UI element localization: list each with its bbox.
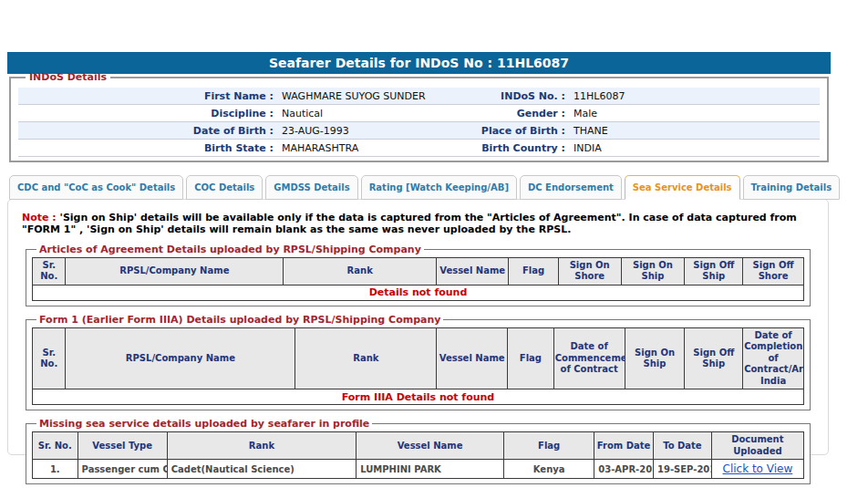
tab-cdc-and-coc-as-cook-details[interactable]: CDC and "CoC as Cook" Details	[9, 175, 183, 200]
detail-label: Birth State :	[18, 142, 278, 154]
column-header: Vessel Name	[437, 327, 508, 389]
page-title: Seafarer Details for INDoS No : 11HL6087	[269, 56, 569, 70]
column-header: Flag	[509, 257, 559, 285]
indos-details-rows: First Name :WAGHMARE SUYOG SUNDERINDoS N…	[18, 88, 820, 157]
indos-details-fieldset: INDoS Details First Name :WAGHMARE SUYOG…	[9, 71, 829, 162]
column-header: Date of Commencement of Contract	[553, 327, 625, 389]
detail-label: Discipline :	[18, 108, 278, 119]
column-header: RPSL/Company Name	[66, 327, 295, 389]
table-empty-message: Form IIIA Details not found	[33, 389, 804, 405]
page: Seafarer Details for INDoS No : 11HL6087…	[0, 0, 868, 488]
detail-label: Date of Birth :	[18, 125, 278, 137]
column-header: Sr. No.	[33, 327, 66, 389]
column-header: Sign On Ship	[621, 257, 685, 285]
section-table: Sr. No.Vessel TypeRankVessel NameFlagFro…	[32, 431, 804, 479]
detail-value: Male	[570, 108, 820, 119]
detail-label: INDoS No. :	[438, 90, 570, 102]
column-header: Sr. No.	[33, 257, 66, 285]
detail-value: 23-AUG-1993	[278, 125, 438, 137]
table-empty-message: Details not found	[33, 285, 804, 300]
section-table: Sr. No.RPSL/Company NameRankVessel NameF…	[32, 327, 804, 406]
tab-bar: CDC and "CoC as Cook" DetailsCOC Details…	[9, 175, 840, 200]
detail-row: Discipline :NauticalGender :Male	[18, 105, 820, 122]
section-legend: Articles of Agreement Details uploaded b…	[36, 244, 424, 255]
detail-row: Date of Birth :23-AUG-1993Place of Birth…	[18, 122, 820, 140]
detail-value: 11HL6087	[570, 90, 820, 102]
column-header: Sr. No.	[33, 432, 78, 460]
detail-value: INDIA	[570, 142, 820, 154]
tab-coc-details[interactable]: COC Details	[186, 175, 263, 200]
column-header: Sign Off Ship	[685, 257, 743, 285]
table-cell: 1.	[33, 460, 78, 479]
detail-value: MAHARASHTRA	[278, 142, 438, 154]
table-cell: Cadet(Nautical Science)	[167, 460, 356, 479]
detail-row: Birth State :MAHARASHTRABirth Country :I…	[18, 140, 820, 157]
section-articles-of-agreement-details-uploaded-by-rpsl-shipping-company: Articles of Agreement Details uploaded b…	[26, 244, 811, 306]
detail-label: Gender :	[438, 108, 570, 119]
section-legend: Missing sea service details uploaded by …	[36, 418, 372, 430]
table-cell: 03-APR-2016	[594, 460, 654, 479]
column-header: Flag	[504, 432, 594, 460]
column-header: To Date	[654, 432, 712, 460]
note-text: 'Sign on Ship' details will be available…	[22, 212, 797, 235]
table-cell: Kenya	[504, 460, 594, 479]
tab-gmdss-details[interactable]: GMDSS Details	[265, 175, 357, 200]
table-cell: Click to View	[711, 460, 803, 479]
detail-label: Birth Country :	[438, 142, 570, 154]
column-header: Rank	[295, 327, 437, 389]
note-prefix: Note :	[22, 212, 57, 223]
section-form-1-earlier-form-iiia-details-uploaded-by-rpsl-shipping-company: Form 1 (Earlier Form IIIA) Details uploa…	[26, 314, 811, 411]
column-header: Date of Completion of Contract/Arriving …	[743, 327, 804, 389]
detail-row: First Name :WAGHMARE SUYOG SUNDERINDoS N…	[18, 88, 820, 105]
detail-value: WAGHMARE SUYOG SUNDER	[278, 90, 438, 102]
table-cell: 19-SEP-2016	[654, 460, 712, 479]
click-to-view-link[interactable]: Click to View	[723, 462, 793, 475]
section-table: Sr. No.RPSL/Company NameRankVessel NameF…	[32, 257, 804, 301]
indos-details-legend: INDoS Details	[26, 71, 110, 83]
table-cell: LUMPHINI PARK	[356, 460, 504, 479]
tab-sea-service-details[interactable]: Sea Service Details	[625, 175, 740, 200]
column-header: Sign Off Shore	[743, 257, 804, 285]
column-header: Sign On Shore	[558, 257, 621, 285]
column-header: Document Uploaded	[711, 432, 803, 460]
column-header: Sign Off Ship	[685, 327, 743, 389]
section-legend: Form 1 (Earlier Form IIIA) Details uploa…	[36, 314, 443, 326]
column-header: RPSL/Company Name	[66, 257, 284, 285]
tab-dc-endorsement[interactable]: DC Endorsement	[520, 175, 622, 200]
tab-training-details[interactable]: Training Details	[743, 175, 841, 200]
column-header: Vessel Name	[437, 257, 509, 285]
column-header: Rank	[167, 432, 356, 460]
column-header: Sign On Ship	[625, 327, 685, 389]
detail-value: THANE	[570, 125, 820, 137]
column-header: From Date	[594, 432, 654, 460]
detail-label: First Name :	[18, 90, 278, 102]
sections-container: Articles of Agreement Details uploaded b…	[22, 244, 814, 485]
note: Note : 'Sign on Ship' details will be av…	[22, 212, 814, 236]
column-header: Vessel Type	[78, 432, 167, 460]
table-cell: Passenger cum Cargo	[78, 460, 167, 479]
column-header: Vessel Name	[356, 432, 504, 460]
section-missing-sea-service-details-uploaded-by-seafarer-in-profile: Missing sea service details uploaded by …	[26, 418, 811, 484]
tab-rating-watch-keeping-ab[interactable]: Rating [Watch Keeping/AB]	[361, 175, 517, 200]
detail-value: Nautical	[278, 108, 438, 119]
column-header: Rank	[284, 257, 437, 285]
column-header: Flag	[508, 327, 554, 389]
table-row: 1.Passenger cum CargoCadet(Nautical Scie…	[33, 460, 804, 479]
tab-content-panel: Note : 'Sign on Ship' details will be av…	[7, 199, 829, 455]
detail-label: Place of Birth :	[438, 125, 570, 137]
